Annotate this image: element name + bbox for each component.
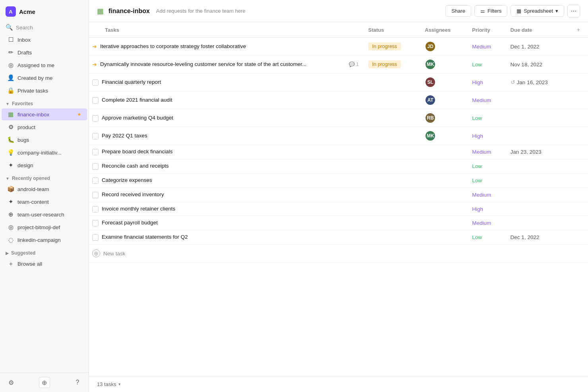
task-name[interactable]: Dynamically innovate resource-leveling c…	[100, 61, 306, 67]
sidebar-item-browse-all[interactable]: ＋ Browse all	[2, 258, 87, 270]
task-name[interactable]: Pay 2022 Q1 taxes	[102, 133, 147, 139]
task-checkbox[interactable]	[92, 178, 99, 184]
add-button[interactable]: ⊕	[39, 377, 50, 388]
task-priority[interactable]: Low	[467, 173, 505, 187]
sidebar-item-drafts[interactable]: ✏ Drafts	[2, 46, 87, 58]
task-assignee[interactable]	[420, 202, 467, 216]
task-due-date[interactable]: ↺Jan 16, 2023	[506, 73, 569, 91]
task-due-date[interactable]: Nov 18, 2022	[506, 56, 569, 73]
settings-icon[interactable]: ⚙	[6, 377, 17, 388]
sidebar-item-created[interactable]: 👤 Created by me	[2, 72, 87, 84]
sidebar-item-product[interactable]: ⚙ product	[2, 121, 87, 133]
task-due-date[interactable]	[506, 159, 569, 173]
search-item[interactable]: 🔍 Search	[0, 21, 89, 33]
task-priority[interactable]: Medium	[467, 145, 505, 159]
filters-button[interactable]: ⚌ Filters	[474, 5, 507, 17]
task-status[interactable]	[364, 230, 420, 245]
sidebar-item-project-bitmoji[interactable]: ◎ project-bitmoji-def	[2, 221, 87, 233]
favorites-section[interactable]: ▼ Favorites	[0, 97, 89, 108]
task-priority[interactable]: Low	[467, 230, 505, 245]
recently-opened-section[interactable]: ▼ Recently opened	[0, 172, 89, 183]
task-name[interactable]: Complete 2021 financial audit	[102, 97, 172, 103]
task-status[interactable]: In progress	[364, 56, 420, 73]
task-assignee[interactable]: SL	[420, 73, 467, 91]
task-name[interactable]: Examine financial statements for Q2	[102, 234, 188, 240]
task-name[interactable]: Invoice monthly retainer clients	[102, 206, 175, 212]
task-checkbox[interactable]	[92, 206, 99, 212]
task-assignee[interactable]	[420, 216, 467, 230]
task-due-date[interactable]: Dec 1, 2022	[506, 230, 569, 245]
task-assignee[interactable]: MK	[420, 56, 467, 73]
task-assignee[interactable]	[420, 230, 467, 245]
share-button[interactable]: Share	[445, 5, 471, 17]
task-name[interactable]: Financial quarterly report	[102, 79, 161, 85]
sidebar-item-company[interactable]: 💡 company-initiativ...	[2, 147, 87, 158]
sidebar-item-inbox[interactable]: ☐ Inbox	[2, 34, 87, 46]
task-status[interactable]	[364, 202, 420, 216]
task-status[interactable]	[364, 159, 420, 173]
task-assignee[interactable]: RB	[420, 109, 467, 127]
task-priority[interactable]: High	[467, 73, 505, 91]
task-name[interactable]: Prepare board deck financials	[102, 149, 173, 154]
task-priority[interactable]: High	[467, 127, 505, 145]
task-priority[interactable]: Low	[467, 56, 505, 73]
sidebar-item-team-user-research[interactable]: ⊕ team-user-research	[2, 209, 87, 220]
task-due-date[interactable]	[506, 187, 569, 202]
task-checkbox[interactable]	[92, 163, 99, 170]
task-status[interactable]	[364, 127, 420, 145]
task-due-date[interactable]	[506, 91, 569, 109]
task-assignee[interactable]: AT	[420, 91, 467, 109]
task-checkbox[interactable]	[92, 79, 99, 86]
task-checkbox[interactable]	[92, 220, 99, 226]
sidebar-item-design[interactable]: ✦ design	[2, 159, 87, 171]
task-priority[interactable]: Medium	[467, 38, 505, 56]
footer-chevron-icon[interactable]: ▾	[118, 382, 121, 387]
new-task-button[interactable]: ⊕New task	[92, 248, 583, 259]
workspace-header[interactable]: A Acme	[0, 0, 89, 21]
task-checkbox[interactable]	[92, 234, 99, 241]
sidebar-item-assigned[interactable]: ◎ Assigned to me	[2, 59, 87, 71]
sidebar-item-team-content[interactable]: ✦ team-content	[2, 196, 87, 208]
task-assignee[interactable]	[420, 145, 467, 159]
task-due-date[interactable]	[506, 202, 569, 216]
task-name[interactable]: Record received inventory	[102, 191, 164, 197]
task-due-date[interactable]	[506, 127, 569, 145]
task-checkbox[interactable]	[92, 115, 99, 122]
task-priority[interactable]: Low	[467, 109, 505, 127]
task-due-date[interactable]	[506, 109, 569, 127]
task-status[interactable]	[364, 216, 420, 230]
task-status[interactable]	[364, 91, 420, 109]
task-priority[interactable]: Medium	[467, 187, 505, 202]
task-due-date[interactable]	[506, 216, 569, 230]
sidebar-item-private[interactable]: 🔒 Private tasks	[2, 85, 87, 97]
task-name[interactable]: Reconcile cash and receipts	[102, 163, 169, 169]
task-name[interactable]: Categorize expenses	[102, 177, 152, 183]
task-due-date[interactable]: Jan 23, 2023	[506, 145, 569, 159]
task-checkbox[interactable]	[92, 97, 99, 104]
task-status[interactable]	[364, 187, 420, 202]
task-priority[interactable]: Low	[467, 159, 505, 173]
task-name[interactable]: Forecast payroll budget	[102, 220, 158, 226]
task-assignee[interactable]	[420, 159, 467, 173]
task-priority[interactable]: Medium	[467, 91, 505, 109]
sidebar-item-finance-inbox[interactable]: ▦ finance-inbox ★	[2, 108, 87, 120]
add-column-button[interactable]: ＋	[569, 22, 588, 38]
task-status[interactable]	[364, 145, 420, 159]
sidebar-item-linkedin[interactable]: ◌ linkedin-campaign	[2, 234, 87, 246]
task-assignee[interactable]	[420, 173, 467, 187]
task-status[interactable]	[364, 73, 420, 91]
task-priority[interactable]: Medium	[467, 216, 505, 230]
help-icon[interactable]: ?	[72, 377, 83, 388]
task-checkbox[interactable]	[92, 192, 99, 198]
task-due-date[interactable]: Dec 1, 2022	[506, 38, 569, 56]
task-name[interactable]: Approve marketing Q4 budget	[102, 115, 173, 121]
sidebar-item-bugs[interactable]: 🐛 bugs	[2, 134, 87, 146]
task-assignee[interactable]: MK	[420, 127, 467, 145]
task-status[interactable]: In progress	[364, 38, 420, 56]
task-checkbox[interactable]	[92, 133, 99, 139]
task-due-date[interactable]	[506, 173, 569, 187]
suggested-section[interactable]: ▶ Suggested	[0, 246, 89, 257]
task-priority[interactable]: High	[467, 202, 505, 216]
task-assignee[interactable]: JD	[420, 38, 467, 56]
more-options-button[interactable]: ···	[567, 5, 580, 17]
